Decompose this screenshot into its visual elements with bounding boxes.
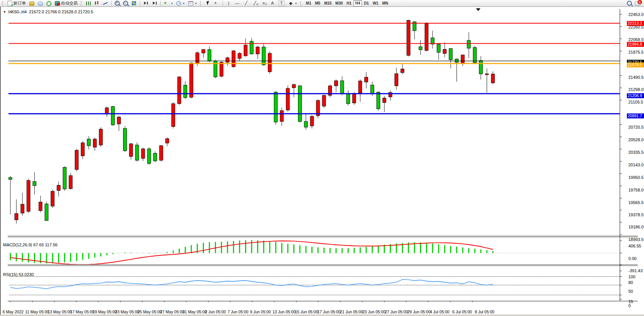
notification-badge: 1 — [638, 0, 642, 4]
candle-body — [304, 121, 308, 127]
time-axis-label: 4 Jul 05:00 — [430, 310, 449, 314]
rsi-axis-label: 50 — [628, 289, 633, 294]
candle-body — [461, 55, 465, 64]
price-axis-label: 19378.5 — [628, 212, 644, 217]
time-axis-label: 17 Jun 05:00 — [317, 310, 341, 314]
fibonacci-button[interactable]: ≡F — [260, 0, 268, 7]
candle-body — [63, 167, 66, 189]
candle-body — [274, 92, 277, 122]
timeframe-button-m15[interactable]: M15 — [322, 0, 333, 6]
vertical-line-icon: | — [226, 1, 231, 6]
line-chart-icon — [103, 1, 108, 6]
candle-body — [154, 153, 157, 161]
chart-dropdown-icon[interactable]: ▼ — [3, 10, 6, 14]
channel-button[interactable]: ╱E — [251, 0, 259, 7]
auto-trading-button[interactable]: 自动交易 — [53, 0, 79, 7]
trendline-button[interactable]: ╱ — [242, 0, 250, 7]
timeframe-button-h1[interactable]: H1 — [345, 0, 354, 6]
candlestick-chart-button[interactable] — [93, 0, 101, 7]
chart-title: ▼ HK50-,H4 21672.0 21766.0 21628.0 21720… — [3, 10, 93, 14]
time-axis-label: 17 May 05:00 — [70, 310, 95, 314]
chart-shift-button[interactable] — [142, 0, 150, 7]
candle-body — [292, 85, 296, 88]
auto-trading-label: 自动交易 — [61, 0, 78, 6]
candle-body — [147, 149, 151, 163]
candle-body — [256, 47, 260, 54]
candle-body — [371, 85, 374, 94]
timeframe-button-d1[interactable]: D1 — [362, 0, 371, 6]
line-chart-button[interactable] — [101, 0, 110, 7]
bar-chart-icon — [86, 2, 91, 5]
signals-button[interactable] — [45, 0, 53, 7]
horizontal-line-button[interactable]: — — [233, 0, 242, 7]
indicators-button[interactable]: +▼ — [162, 0, 175, 7]
price-axis-label: 21298.0 — [628, 87, 644, 92]
price-axis-label: 21875.5 — [628, 50, 644, 54]
time-axis-label: 23 Jun 05:00 — [362, 310, 386, 314]
candle-body — [51, 191, 54, 206]
timeframe-button-w1[interactable]: W1 — [371, 0, 380, 6]
price-axis-label: 20528.0 — [628, 137, 644, 142]
chart-shift-marker[interactable] — [476, 8, 481, 11]
candle-body — [165, 139, 169, 143]
candle-body — [365, 77, 368, 82]
timeframe-button-mn[interactable]: MN — [380, 0, 390, 6]
bar-chart-button[interactable] — [85, 0, 92, 7]
templates-button[interactable]: ▼ — [187, 0, 199, 7]
vertical-line-button[interactable]: | — [224, 0, 233, 7]
search-icon[interactable] — [627, 1, 632, 6]
horizontal-line-icon: — — [235, 1, 240, 6]
time-axis-label: 27 May 05:00 — [160, 310, 184, 314]
timeframe-button-h4[interactable]: H4 — [353, 0, 362, 6]
cursor-button[interactable] — [204, 0, 212, 7]
toolbar-grip[interactable] — [300, 1, 303, 6]
shapes-button[interactable]: ◆▼ — [287, 0, 299, 7]
chart-canvas[interactable] — [1, 7, 644, 316]
periods-button[interactable]: ▼ — [175, 0, 186, 7]
channel-icon: ╱E — [252, 1, 258, 6]
candle-body — [45, 204, 48, 220]
candle-body — [33, 182, 36, 186]
chart-ohlc-values: 21672.0 21766.0 21628.0 21720.5 — [29, 10, 93, 14]
toolbar-grip[interactable] — [200, 1, 202, 6]
chevron-down-icon: ▼ — [195, 2, 197, 5]
candle-body — [27, 180, 30, 211]
price-axis-label: 19758.0 — [628, 188, 644, 192]
chat-icon[interactable]: 1 — [635, 1, 641, 6]
market-button[interactable] — [36, 0, 45, 7]
timeframe-button-m5[interactable]: M5 — [313, 0, 322, 6]
candle-body — [57, 185, 60, 191]
price-axis-label: 20143.0 — [628, 163, 644, 167]
zoom-in-button[interactable]: + — [113, 0, 121, 7]
zoom-in-icon: + — [115, 1, 120, 6]
new-order-button[interactable]: 新订单 — [6, 0, 27, 7]
candle-body — [346, 93, 350, 104]
timeframe-button-m30[interactable]: M30 — [333, 0, 344, 6]
indicators-icon: + — [164, 1, 169, 6]
time-axis-label: 21 Jun 05:00 — [340, 310, 363, 314]
candle-body — [220, 62, 223, 76]
crosshair-button[interactable]: + — [213, 0, 221, 7]
timeframe-button-m1[interactable]: M1 — [304, 0, 313, 6]
time-axis-label: 23 May 05:00 — [115, 310, 139, 314]
candle-body — [39, 202, 42, 211]
zoom-out-button[interactable]: − — [122, 0, 130, 7]
time-axis-label: 15 Jun 05:00 — [295, 310, 318, 314]
quotes-button[interactable] — [28, 0, 36, 7]
price-axis-label: 18993.5 — [628, 237, 644, 242]
candle-body — [443, 49, 446, 54]
macd-axis-label: 0.00 — [628, 256, 636, 261]
time-axis-label: 8 Jul 05:00 — [475, 310, 494, 314]
candle-body — [286, 88, 290, 110]
toolbar-grip[interactable] — [81, 1, 83, 6]
tile-windows-button[interactable] — [130, 0, 138, 7]
toolbar-grip[interactable] — [2, 1, 5, 6]
auto-scroll-button[interactable] — [151, 0, 159, 7]
text-label-button[interactable]: T — [277, 0, 286, 7]
candle-body — [449, 49, 452, 60]
text-button[interactable]: A — [268, 0, 277, 7]
text-label-icon: T — [279, 0, 285, 6]
candle-body — [111, 107, 115, 125]
chevron-down-icon: ▼ — [171, 2, 173, 5]
candle-body — [485, 74, 489, 75]
